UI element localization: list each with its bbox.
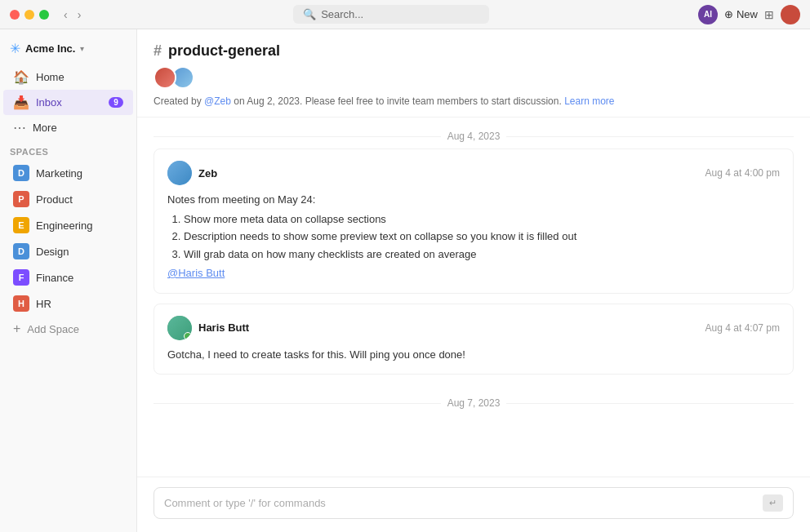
channel-description: Created by @Zeb on Aug 2, 2023. Please f… [154, 92, 794, 110]
content-area: # product-general Created by @Zeb on Aug… [137, 29, 810, 532]
message-header-2: Haris Butt Aug 4 at 4:07 pm [167, 316, 780, 340]
new-icon: ⊕ [724, 8, 733, 20]
main-layout: ✳ Acme Inc. ▾ 🏠 Home 📥 Inbox 9 ⋯ More Sp… [0, 29, 810, 532]
inbox-icon: 📥 [13, 95, 29, 110]
workspace-name: Acme Inc. [25, 42, 75, 55]
user-avatar[interactable] [781, 5, 800, 24]
sidebar-item-label: Engineering [36, 219, 92, 232]
date-line-right-2 [506, 403, 794, 404]
sidebar-item-design[interactable]: D Design [3, 238, 133, 264]
creator-mention[interactable]: @Zeb [204, 95, 231, 107]
message-intro: Notes from meeting on May 24: [167, 192, 780, 208]
message-time-2: Aug 4 at 4:07 pm [705, 322, 780, 334]
product-icon: P [13, 191, 29, 207]
search-bar[interactable]: 🔍 Search... [293, 5, 489, 24]
ai-badge[interactable]: AI [698, 5, 718, 24]
channel-name: product-general [168, 42, 280, 60]
workspace-header[interactable]: ✳ Acme Inc. ▾ [0, 36, 136, 64]
sidebar-item-label: Home [36, 71, 65, 83]
author-area-2: Haris Butt [167, 316, 249, 340]
message-header-1: Zeb Aug 4 at 4:00 pm [167, 161, 780, 185]
new-label: New [737, 8, 758, 20]
sidebar-item-label: Design [36, 246, 69, 258]
spaces-label: Spaces [0, 140, 136, 160]
chevron-down-icon: ▾ [80, 44, 84, 53]
grid-icon[interactable]: ⊞ [764, 8, 774, 21]
list-item: Description needs to show some preview t… [184, 228, 780, 245]
sidebar-item-label: Inbox [36, 96, 62, 109]
message-mention[interactable]: @Haris Butt [167, 267, 225, 279]
member-avatar-1 [154, 66, 176, 89]
list-item: Will grab data on how many checklists ar… [184, 246, 780, 263]
minimize-button[interactable] [24, 10, 34, 20]
date-line-left [154, 136, 441, 137]
hash-icon: # [154, 42, 162, 60]
sidebar-item-label: Finance [36, 272, 73, 284]
list-item: Show more meta data on collapse sections [184, 211, 780, 228]
desc-suffix: on Aug 2, 2023. Please feel free to invi… [231, 95, 562, 107]
add-space-button[interactable]: + Add Space [3, 317, 133, 341]
channel-header: # product-general Created by @Zeb on Aug… [137, 29, 810, 117]
author-name-2: Haris Butt [198, 321, 249, 334]
message-body-2: Gotcha, I need to create tasks for this.… [167, 347, 780, 363]
sidebar-item-label: Marketing [36, 167, 82, 180]
plus-icon: + [13, 321, 20, 336]
sidebar-item-hr[interactable]: H HR [3, 290, 133, 317]
date-line-left-2 [154, 403, 441, 404]
comment-input[interactable] [164, 497, 763, 509]
sidebar-item-home[interactable]: 🏠 Home [3, 64, 133, 90]
author-area-1: Zeb [167, 161, 217, 185]
sidebar-item-more[interactable]: ⋯ More [3, 115, 133, 140]
learn-more-link[interactable]: Learn more [564, 95, 614, 107]
sidebar-item-label: Product [36, 193, 73, 206]
titlebar-center: 🔍 Search... [84, 5, 698, 24]
sidebar-item-marketing[interactable]: D Marketing [3, 160, 133, 186]
date-divider-1: Aug 4, 2023 [154, 117, 794, 149]
member-avatars [154, 66, 794, 89]
date-divider-2: Aug 7, 2023 [154, 384, 794, 415]
sidebar-item-finance[interactable]: F Finance [3, 264, 133, 290]
titlebar-right: AI ⊕ New ⊞ [698, 5, 800, 24]
sidebar: ✳ Acme Inc. ▾ 🏠 Home 📥 Inbox 9 ⋯ More Sp… [0, 29, 137, 532]
message-body-1: Notes from meeting on May 24: Show more … [167, 192, 780, 282]
sidebar-item-product[interactable]: P Product [3, 186, 133, 212]
engineering-icon: E [13, 217, 29, 233]
message-time-1: Aug 4 at 4:00 pm [705, 167, 780, 179]
back-button[interactable]: ‹ [60, 7, 71, 23]
message-text: Gotcha, I need to create tasks for this.… [167, 347, 780, 363]
new-button[interactable]: ⊕ New [724, 8, 758, 20]
more-icon: ⋯ [13, 120, 26, 135]
comment-area: ↵ [137, 477, 810, 532]
search-icon: 🔍 [303, 8, 316, 20]
channel-title: # product-general [154, 42, 794, 60]
add-space-label: Add Space [27, 323, 79, 335]
date-label-2: Aug 7, 2023 [447, 397, 501, 409]
hr-icon: H [13, 295, 29, 312]
author-avatar-haris [167, 316, 192, 340]
messages-area: Aug 4, 2023 Zeb Aug 4 at 4:00 pm Notes f… [137, 117, 810, 477]
ai-label: AI [704, 10, 712, 19]
message-card-2: Haris Butt Aug 4 at 4:07 pm Gotcha, I ne… [154, 304, 794, 375]
workspace-icon: ✳ [10, 41, 20, 56]
sidebar-item-label: HR [36, 298, 51, 310]
home-icon: 🏠 [13, 69, 29, 85]
nav-arrows: ‹ › [60, 7, 84, 23]
marketing-icon: D [13, 165, 29, 181]
author-avatar-zeb [167, 161, 192, 185]
maximize-button[interactable] [39, 10, 49, 20]
sidebar-item-engineering[interactable]: E Engineering [3, 212, 133, 238]
comment-input-wrapper: ↵ [154, 487, 794, 519]
send-button[interactable]: ↵ [763, 494, 783, 512]
inbox-badge: 9 [109, 97, 123, 108]
date-line-right [506, 136, 794, 137]
forward-button[interactable]: › [74, 7, 85, 23]
message-card-1: Zeb Aug 4 at 4:00 pm Notes from meeting … [154, 149, 794, 294]
date-label-1: Aug 4, 2023 [447, 131, 501, 142]
close-button[interactable] [10, 10, 20, 20]
desc-prefix: Created by [154, 95, 204, 107]
message-list: Show more meta data on collapse sections… [167, 211, 780, 263]
sidebar-item-label: More [33, 122, 57, 134]
window-controls: ‹ › [10, 7, 84, 23]
sidebar-item-inbox[interactable]: 📥 Inbox 9 [3, 90, 133, 115]
author-name-1: Zeb [198, 167, 217, 180]
